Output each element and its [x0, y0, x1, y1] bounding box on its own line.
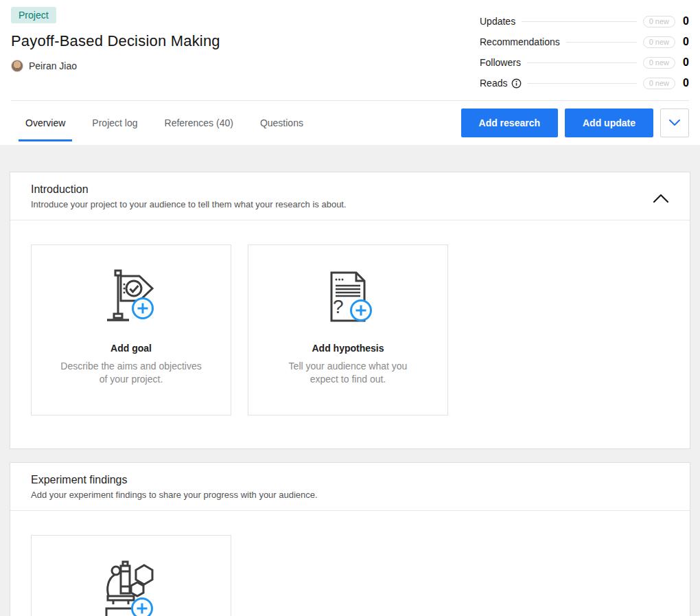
- leader-line: [528, 83, 636, 84]
- stat-row-recommendations[interactable]: Recommendations 0 new 0: [480, 32, 689, 52]
- author-avatar[interactable]: [11, 60, 23, 72]
- introduction-body: Add goal Describe the aims and objective…: [10, 220, 690, 448]
- leader-line: [522, 21, 636, 22]
- new-count-badge: 0 new: [643, 57, 675, 69]
- hypothesis-document-icon: ?: [265, 266, 431, 332]
- tab-overview[interactable]: Overview: [19, 101, 72, 145]
- stat-count: 0: [681, 36, 689, 48]
- add-update-button[interactable]: Add update: [565, 109, 653, 137]
- add-hypothesis-card[interactable]: ? Add hypothesis Tell your audience what…: [248, 244, 448, 415]
- header-left: Project Payoff-Based Decision Making Pei…: [11, 7, 220, 100]
- stat-count: 0: [681, 56, 689, 69]
- new-count-badge: 0 new: [643, 36, 675, 48]
- page-title: Payoff-Based Decision Making: [11, 32, 220, 50]
- stat-label: Updates: [480, 16, 515, 27]
- more-actions-dropdown-button[interactable]: [660, 109, 689, 137]
- card-description: Tell your audience what you expect to fi…: [276, 360, 420, 386]
- stat-count: 0: [681, 15, 689, 27]
- section-subtitle: Introduce your project to your audience …: [31, 199, 649, 209]
- new-count-badge: 0 new: [643, 78, 675, 89]
- introduction-header: Introduction Introduce your project to y…: [10, 172, 690, 220]
- leader-line: [566, 42, 637, 43]
- section-title: Introduction: [31, 183, 649, 196]
- goal-flag-icon: [48, 266, 214, 332]
- experiment-findings-body: [10, 511, 690, 616]
- page-header: Project Payoff-Based Decision Making Pei…: [0, 0, 700, 145]
- experiment-findings-header: Experiment findings Add your experiment …: [10, 463, 690, 511]
- stat-row-updates[interactable]: Updates 0 new 0: [480, 11, 689, 32]
- card-title: Add goal: [48, 343, 214, 354]
- card-title: Add hypothesis: [265, 343, 431, 354]
- add-goal-card[interactable]: Add goal Describe the aims and objective…: [31, 244, 231, 415]
- leader-line: [527, 62, 637, 63]
- stat-label: Followers: [480, 57, 521, 68]
- info-icon[interactable]: [511, 78, 522, 89]
- add-research-button[interactable]: Add research: [461, 109, 558, 137]
- stat-count: 0: [681, 77, 689, 89]
- stat-row-followers[interactable]: Followers 0 new 0: [480, 52, 689, 73]
- stat-row-reads[interactable]: Reads 0 new 0: [480, 73, 689, 93]
- section-subtitle: Add your experiment findings to share yo…: [31, 490, 649, 500]
- tab-questions[interactable]: Questions: [253, 101, 310, 145]
- chevron-up-icon: [651, 193, 670, 204]
- author-row[interactable]: Peiran Jiao: [11, 60, 220, 72]
- toolbar-actions: Add research Add update: [461, 109, 689, 137]
- introduction-section: Introduction Introduce your project to y…: [10, 172, 690, 449]
- collapse-section-button[interactable]: [651, 193, 670, 204]
- new-count-badge: 0 new: [643, 16, 675, 27]
- card-description: Describe the aims and objectives of your…: [59, 360, 203, 386]
- add-findings-card[interactable]: [31, 535, 231, 616]
- project-type-badge: Project: [11, 7, 56, 23]
- chevron-down-icon: [669, 119, 680, 126]
- findings-microscope-icon: [48, 556, 214, 616]
- tab-references[interactable]: References (40): [158, 101, 240, 145]
- section-title: Experiment findings: [31, 474, 649, 486]
- tab-bar: Overview Project log References (40) Que…: [0, 101, 700, 145]
- svg-text:?: ?: [333, 296, 344, 317]
- stats-panel: Updates 0 new 0 Recommendations 0 new 0 …: [480, 7, 689, 100]
- tab-project-log[interactable]: Project log: [85, 101, 144, 145]
- author-name[interactable]: Peiran Jiao: [29, 60, 77, 71]
- stat-label: Recommendations: [480, 36, 560, 47]
- main-content: Introduction Introduce your project to y…: [0, 145, 700, 616]
- experiment-findings-section: Experiment findings Add your experiment …: [10, 462, 690, 616]
- stat-label: Reads: [480, 78, 507, 89]
